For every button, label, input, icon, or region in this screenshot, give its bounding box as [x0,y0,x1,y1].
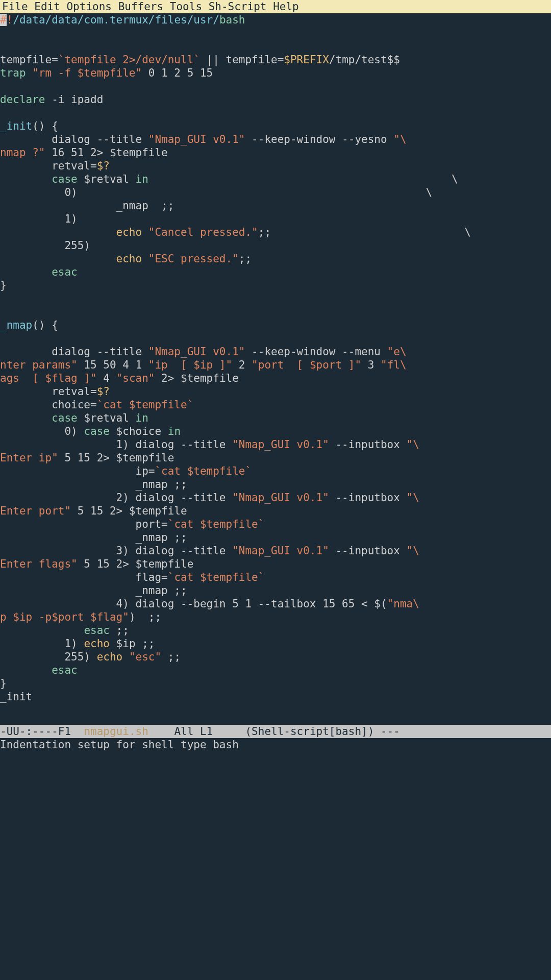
echo-area: Indentation setup for shell type bash [0,738,551,751]
code-text: port= [0,518,168,530]
code-text: ;; \ [258,226,471,238]
code-text: 15 50 4 1 [78,359,148,371]
code-keyword: in [136,173,148,185]
mode-line[interactable]: -UU-:----F1 nmapgui.sh All L1 (Shell-scr… [0,725,551,738]
code-text [0,253,116,265]
code-string: Enter ip" [0,452,58,464]
menu-tools[interactable]: Tools [170,1,202,13]
code-string: "ip [ $ip ]" [148,359,232,371]
code-text: $choice [110,425,168,437]
code-builtin: echo [116,226,142,238]
code-text: $PREFIX [284,54,329,66]
menu-help[interactable]: Help [273,1,299,13]
code-text: _nmap ;; [0,531,187,544]
code-text: 2 [232,359,252,371]
code-string: Enter flags" [0,558,78,570]
code-var: $? [97,160,110,172]
code-text: choice= [0,399,97,411]
code-string: "ESC pressed." [142,253,239,265]
code-string: "\ [407,545,419,557]
code-text: 0) [0,425,84,437]
code-text: () { [32,120,58,132]
code-text: 16 51 2> $tempfile [45,146,168,159]
code-text: ) ;; [129,611,161,623]
shebang-interp: bash [219,14,245,26]
code-text: $ip ;; [110,638,155,650]
code-text: 3 [361,359,381,371]
code-text: 5 15 2> $tempfile [78,558,194,570]
code-keyword: in [168,425,181,437]
code-text: } [0,279,7,291]
code-text: 255) [0,651,97,663]
code-string: "\ [407,438,419,451]
code-text: $retval [78,173,136,185]
code-text: 0 1 2 5 15 [142,67,213,79]
code-keyword: in [136,412,148,424]
code-string: `cat $tempfile` [155,465,252,477]
code-text [0,173,52,185]
code-string: "Nmap_GUI v0.1" [232,438,329,451]
code-keyword: trap [0,67,26,79]
code-text: || tempfile= [200,54,284,66]
modeline-filename: nmapgui.sh [84,725,148,738]
menu-mode[interactable]: Sh-Script [209,1,267,13]
code-text: _init [0,691,32,703]
code-text: --inputbox [329,492,407,504]
code-text: ;; [161,651,181,663]
code-text: /tmp/test$$ [329,54,400,66]
shebang-hash: # [0,14,7,26]
code-text: --keep-window --yesno [245,133,393,145]
code-text: \ [148,173,458,185]
shebang-bang: ! [7,14,13,26]
code-text: dialog --title [0,346,148,358]
code-string: nter params" [0,359,78,371]
code-keyword: case [84,425,110,437]
menu-edit[interactable]: Edit [34,1,60,13]
code-builtin: echo [116,253,142,265]
code-text: $retval [78,412,136,424]
code-string: "port [ $port ]" [252,359,361,371]
code-string: "Nmap_GUI v0.1" [148,133,245,145]
code-text [0,624,84,636]
code-text: --inputbox [329,545,407,557]
code-keyword: esac [52,664,78,676]
code-text [0,266,52,278]
code-string: ags [ $flag ]" [0,372,97,384]
code-text: retval= [0,385,97,398]
code-var: $? [97,385,110,398]
editor-buffer[interactable]: #!/data/data/com.termux/files/usr/bash t… [0,13,551,703]
code-keyword: declare [0,93,45,106]
code-func: _init [0,120,32,132]
code-text: 1) [0,638,84,650]
code-text: _nmap ;; [0,200,174,212]
code-string: `cat $tempfile` [97,399,194,411]
code-string: "Nmap_GUI v0.1" [232,545,329,557]
code-text: 5 15 2> $tempfile [58,452,174,464]
code-text: ;; [239,253,252,265]
code-text: ;; [110,624,129,636]
code-text: () { [32,319,58,331]
code-string: "e\ [387,346,407,358]
code-text: retval= [0,160,97,172]
code-text: ip= [0,465,155,477]
code-string: "scan" [116,372,155,384]
code-text: --inputbox [329,438,407,451]
menu-file[interactable]: File [2,1,28,13]
menu-options[interactable]: Options [66,1,112,13]
code-text: `tempfile 2>/dev/null` [58,54,200,66]
code-text [0,226,116,238]
code-text: 4 [97,372,116,384]
menu-buffers[interactable]: Buffers [118,1,164,13]
menu-bar[interactable]: File Edit Options Buffers Tools Sh-Scrip… [0,0,551,13]
code-text [0,412,52,424]
code-string: "Nmap_GUI v0.1" [148,346,245,358]
code-text: 4) dialog --begin 5 1 --tailbox 15 65 < … [0,598,387,610]
code-builtin: echo [97,651,123,663]
modeline-major-mode: Shell-script[bash] [252,725,368,738]
code-keyword: esac [84,624,110,636]
code-string: "\ [393,133,406,145]
code-text: 0) \ [0,186,432,199]
code-text: 1) dialog --title [0,438,232,451]
code-text: "rm -f $tempfile" [26,67,142,79]
code-keyword: case [52,173,78,185]
